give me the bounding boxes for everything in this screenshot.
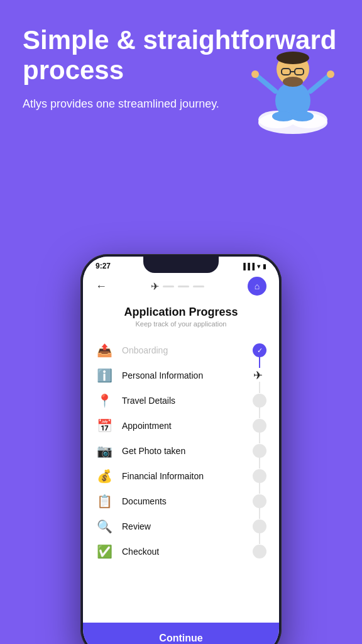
review-status: [253, 519, 266, 533]
financial-icon: 💰: [96, 469, 113, 484]
progress-item-documents[interactable]: 📋Documents: [96, 489, 266, 514]
documents-status: [253, 494, 266, 508]
svg-point-9: [283, 77, 303, 87]
progress-item-financial[interactable]: 💰Financial Informaiton: [96, 464, 266, 489]
progress-item-onboarding[interactable]: 📤Onboarding✓: [96, 338, 266, 363]
onboarding-status: ✓: [253, 343, 266, 357]
onboarding-label: Onboarding: [122, 345, 244, 355]
documents-label: Documents: [122, 496, 244, 506]
step-dot-2: [178, 286, 189, 287]
checkout-icon: ✅: [96, 544, 113, 559]
svg-line-10: [256, 75, 275, 91]
page-title-section: Application Progress Keep track of your …: [83, 299, 279, 331]
checkout-status: [253, 545, 266, 558]
svg-point-13: [327, 70, 334, 78]
page-title: Application Progress: [96, 306, 266, 319]
appointment-icon: 📅: [96, 418, 113, 433]
onboarding-icon: 📤: [96, 343, 113, 358]
get-photo-label: Get Photo taken: [122, 446, 244, 456]
progress-item-checkout[interactable]: ✅Checkout: [96, 539, 266, 564]
step-dot-1: [163, 286, 174, 287]
personal-info-icon: ℹ️: [96, 368, 113, 383]
svg-point-12: [251, 70, 259, 78]
financial-label: Financial Informaiton: [122, 471, 244, 481]
checkout-label: Checkout: [122, 547, 244, 557]
svg-line-11: [310, 75, 329, 91]
personal-info-label: Personal Information: [122, 370, 244, 380]
nav-plane-icon: ✈: [151, 280, 159, 292]
hero-section: Simple & straightforward process Atlys p…: [0, 0, 362, 112]
status-time: 9:27: [96, 262, 111, 270]
nav-steps: ✈: [151, 280, 204, 292]
phone-outer: 9:27 ▐▐▐ ▾ ▮ ← ✈ ⌂: [80, 254, 282, 644]
progress-list: 📤Onboarding✓ℹ️Personal Information✈📍Trav…: [83, 331, 279, 570]
nav-bar: ← ✈ ⌂: [83, 273, 279, 299]
signal-icon: ▐▐▐: [241, 263, 255, 270]
review-label: Review: [122, 521, 244, 531]
travel-details-icon: 📍: [96, 393, 113, 408]
home-button[interactable]: ⌂: [248, 277, 266, 296]
phone-inner: 9:27 ▐▐▐ ▾ ▮ ← ✈ ⌂: [83, 257, 279, 644]
appointment-label: Appointment: [122, 421, 244, 431]
get-photo-icon: 📷: [96, 443, 113, 458]
progress-item-personal-info[interactable]: ℹ️Personal Information✈: [96, 363, 266, 388]
battery-icon: ▮: [263, 263, 266, 270]
travel-details-status: [253, 394, 266, 408]
progress-item-review[interactable]: 🔍Review: [96, 514, 266, 539]
get-photo-status: [253, 444, 266, 458]
status-icons: ▐▐▐ ▾ ▮: [241, 263, 266, 270]
phone-notch: [143, 257, 219, 273]
svg-text:✈: ✈: [253, 369, 263, 382]
travel-details-label: Travel Details: [122, 396, 244, 406]
continue-button[interactable]: Continue: [83, 623, 279, 644]
progress-item-travel-details[interactable]: 📍Travel Details: [96, 388, 266, 413]
phone-mockup: 9:27 ▐▐▐ ▾ ▮ ← ✈ ⌂: [80, 254, 282, 644]
step-dot-3: [193, 286, 204, 287]
meditation-figure: [243, 19, 343, 138]
documents-icon: 📋: [96, 494, 113, 509]
back-button[interactable]: ←: [96, 280, 107, 293]
progress-item-appointment[interactable]: 📅Appointment: [96, 413, 266, 438]
page-subtitle: Keep track of your application: [96, 320, 266, 328]
review-icon: 🔍: [96, 519, 113, 534]
personal-info-status: ✈: [253, 369, 266, 382]
progress-item-get-photo[interactable]: 📷Get Photo taken: [96, 438, 266, 464]
financial-status: [253, 469, 266, 483]
svg-point-5: [277, 52, 309, 64]
svg-point-15: [291, 111, 314, 121]
home-icon: ⌂: [255, 281, 260, 291]
wifi-icon: ▾: [257, 263, 260, 270]
appointment-status: [253, 419, 266, 433]
